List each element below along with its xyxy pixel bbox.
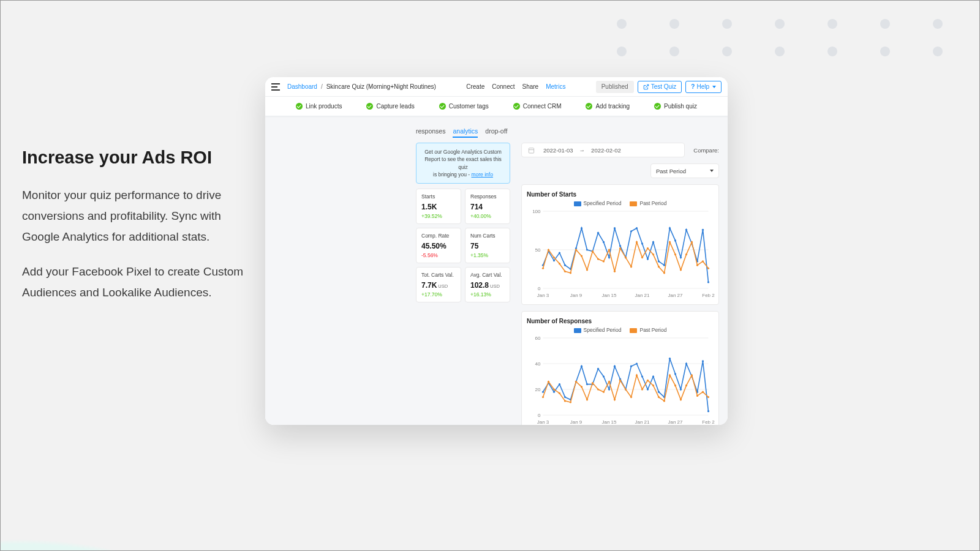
svg-point-150	[680, 399, 682, 400]
metric-value: 75	[470, 242, 478, 250]
tab-analytics[interactable]: analytics	[453, 127, 478, 138]
ga-more-info-link[interactable]: more info	[471, 171, 492, 178]
metric-card[interactable]: Comp. Rate 45.50% -5.56%	[416, 228, 461, 263]
check-icon	[654, 103, 661, 110]
svg-point-124	[707, 410, 709, 412]
compare-label: Compare:	[693, 147, 719, 154]
svg-point-138	[614, 399, 616, 400]
svg-point-151	[685, 384, 687, 386]
svg-point-125	[542, 396, 544, 398]
svg-point-140	[625, 388, 627, 390]
nav-connect[interactable]: Connect	[492, 83, 514, 90]
step-publish-quiz[interactable]: Publish quiz	[654, 103, 697, 110]
svg-point-113	[647, 388, 649, 390]
svg-point-36	[641, 242, 643, 244]
svg-point-34	[630, 230, 632, 232]
compare-select[interactable]: Past Period	[650, 163, 719, 178]
chart-responses: Number of Responses Specified Period Pas…	[521, 311, 719, 425]
svg-point-39	[658, 260, 660, 262]
step-connect-crm[interactable]: Connect CRM	[513, 103, 562, 110]
test-quiz-button[interactable]: Test Quiz	[638, 81, 682, 93]
date-to: 2022-02-02	[591, 147, 621, 154]
metric-card[interactable]: Responses 714 +40.00%	[465, 189, 510, 224]
svg-point-111	[636, 362, 638, 364]
svg-point-69	[652, 253, 654, 255]
svg-text:Jan 3: Jan 3	[537, 293, 549, 298]
svg-point-105	[603, 375, 605, 377]
nav-share[interactable]: Share	[522, 83, 539, 90]
metric-delta: +40.00%	[470, 213, 505, 219]
calendar-icon	[528, 147, 535, 154]
svg-point-48	[707, 281, 709, 283]
metric-value: 714	[470, 203, 483, 211]
metric-value: 7.7K	[421, 281, 437, 290]
svg-point-104	[597, 368, 599, 370]
top-nav: Create Connect Share Metrics	[436, 83, 596, 90]
svg-point-26	[586, 249, 588, 250]
nav-create[interactable]: Create	[466, 83, 484, 90]
svg-point-152	[691, 374, 693, 376]
svg-rect-1	[271, 86, 277, 88]
svg-point-147	[663, 400, 665, 402]
menu-icon[interactable]	[271, 83, 280, 91]
breadcrumb-current: Skincare Quiz (Morning+Night Routines)	[326, 83, 436, 90]
marketing-heading: Increase your Ads ROI	[22, 148, 255, 168]
svg-text:0: 0	[538, 286, 541, 291]
svg-text:100: 100	[532, 209, 541, 214]
svg-point-32	[619, 245, 621, 247]
svg-point-41	[669, 227, 671, 229]
svg-point-75	[685, 253, 687, 255]
metric-card[interactable]: Avg. Cart Val. 102.8USD +16.13%	[465, 267, 510, 302]
metric-label: Tot. Carts Val.	[421, 272, 456, 278]
svg-point-110	[630, 365, 632, 367]
step-customer-tags[interactable]: Customer tags	[439, 103, 489, 110]
tab-dropoff[interactable]: drop-off	[485, 127, 507, 138]
nav-metrics[interactable]: Metrics	[546, 83, 565, 90]
svg-point-55	[575, 249, 577, 250]
svg-point-77	[696, 264, 698, 266]
svg-text:20: 20	[535, 387, 541, 392]
svg-point-154	[702, 391, 704, 393]
breadcrumb-dashboard[interactable]: Dashboard	[287, 83, 317, 90]
marketing-para2: Add your Facebook Pixel to create Custom…	[22, 261, 255, 303]
svg-point-64	[625, 257, 627, 258]
step-capture-leads[interactable]: Capture leads	[366, 103, 414, 110]
svg-text:Jan 27: Jan 27	[668, 419, 683, 425]
svg-point-153	[696, 395, 698, 397]
step-add-tracking[interactable]: Add tracking	[586, 103, 630, 110]
google-analytics-tip: Get our Google Analytics Custom Report t…	[416, 143, 510, 184]
svg-point-155	[707, 396, 709, 398]
metric-card[interactable]: Tot. Carts Val. 7.7KUSD +17.70%	[416, 267, 461, 302]
svg-point-131	[575, 381, 577, 383]
svg-point-59	[597, 258, 599, 260]
svg-point-107	[614, 365, 616, 367]
svg-rect-0	[271, 83, 280, 84]
date-range-picker[interactable]: 2022-01-03 → 2022-02-02	[521, 143, 685, 157]
svg-point-35	[636, 227, 638, 229]
svg-point-54	[570, 272, 571, 274]
svg-point-142	[636, 374, 638, 376]
svg-point-148	[669, 374, 671, 376]
breadcrumb-sep: /	[321, 83, 323, 90]
svg-point-57	[586, 269, 588, 271]
svg-text:Jan 21: Jan 21	[635, 293, 650, 298]
svg-point-37	[647, 258, 649, 260]
help-button[interactable]: ? Help	[685, 81, 722, 93]
svg-point-76	[691, 241, 693, 243]
svg-point-58	[592, 250, 594, 252]
svg-point-120	[685, 362, 687, 364]
metric-card[interactable]: Num Carts 75 +1.35%	[465, 228, 510, 263]
metric-card[interactable]: Starts 1.5K +39.52%	[416, 189, 461, 224]
tab-responses[interactable]: responses	[416, 127, 445, 138]
svg-point-132	[581, 386, 582, 388]
svg-point-50	[548, 249, 549, 250]
svg-point-31	[614, 227, 616, 229]
svg-point-117	[669, 358, 671, 359]
step-link-products[interactable]: Link products	[296, 103, 342, 110]
chart-title: Number of Responses	[527, 318, 714, 324]
date-from: 2022-01-03	[543, 147, 573, 154]
marketing-para1: Monitor your quiz performance to drive c…	[22, 185, 255, 248]
svg-point-61	[608, 249, 610, 250]
svg-point-20	[553, 260, 555, 261]
svg-text:Jan 15: Jan 15	[601, 293, 617, 298]
